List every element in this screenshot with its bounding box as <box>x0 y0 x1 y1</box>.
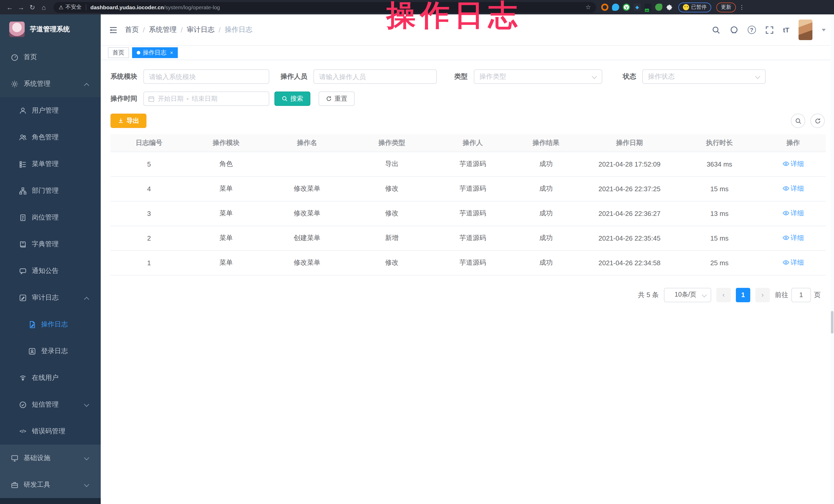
edit-square-icon <box>19 294 27 302</box>
collapse-sidebar-icon[interactable] <box>109 25 118 34</box>
sidebar-item-notice[interactable]: 通知公告 <box>0 258 101 284</box>
sidebar-item-online-users[interactable]: 在线用户 <box>0 365 101 391</box>
refresh-table-button[interactable] <box>810 114 825 128</box>
sidebar-item-operate-log[interactable]: 操作日志 <box>0 311 101 338</box>
operator-input[interactable] <box>313 69 437 84</box>
table-toolbar: 导出 <box>110 114 826 128</box>
bookmark-star-icon[interactable]: ☆ <box>585 4 591 11</box>
github-icon[interactable] <box>729 25 738 34</box>
sidebar-item-users[interactable]: 用户管理 <box>0 97 101 124</box>
sidebar-item-error-code[interactable]: </> 错误码管理 <box>0 418 101 445</box>
browser-reload-icon[interactable]: ↻ <box>27 2 38 13</box>
browser-home-icon[interactable]: ⌂ <box>38 2 49 13</box>
next-page-button[interactable]: › <box>755 288 770 302</box>
pagination-total: 共 5 条 <box>638 290 659 300</box>
app-logo-row[interactable]: 芋道管理系统 <box>0 15 101 44</box>
type-select-placeholder: 操作类型 <box>479 72 592 81</box>
detail-link[interactable]: 详细 <box>782 159 804 169</box>
refresh-icon <box>326 95 332 102</box>
app-window: 芋道管理系统 首页 系统管理 用户管理 角色管理 <box>0 15 834 504</box>
browser-update-button[interactable]: 更新 <box>716 2 736 12</box>
scrollbar[interactable] <box>830 15 834 504</box>
sidebar-item-roles[interactable]: 角色管理 <box>0 124 101 151</box>
tab-operate-log[interactable]: 操作日志 × <box>132 47 178 58</box>
avatar[interactable] <box>798 20 812 40</box>
eye-icon <box>782 235 789 241</box>
module-input[interactable] <box>144 69 269 84</box>
start-date-placeholder: 开始日期 <box>158 94 183 103</box>
profile-paused-badge[interactable]: 已暂停 <box>678 2 711 12</box>
tab-home[interactable]: 首页 <box>108 47 129 58</box>
table-header-row: 日志编号 操作模块 操作名 操作类型 操作人 操作结果 操作日期 执行时长 操作 <box>110 134 826 152</box>
sidebar-item-devtools[interactable]: 研发工具 <box>0 472 101 498</box>
search-button[interactable]: 搜索 <box>275 91 310 106</box>
scrollbar-thumb[interactable] <box>831 311 833 334</box>
sidebar-item-sms[interactable]: 短信管理 <box>0 391 101 418</box>
search-button-label: 搜索 <box>290 94 303 103</box>
breadcrumb-home[interactable]: 首页 <box>125 25 139 35</box>
address-bar[interactable]: ⚠ 不安全 dashboard.yudao.iocoder.cn /system… <box>53 2 596 13</box>
date-range-picker[interactable]: 开始日期 - 结束日期 <box>144 91 269 106</box>
extension-icon-gem[interactable]: ◆ <box>634 4 641 11</box>
extension-icon-pin[interactable] <box>612 4 619 11</box>
type-select[interactable]: 操作类型 <box>474 69 602 84</box>
extensions-puzzle-icon[interactable] <box>666 4 673 11</box>
sidebar-item-audit-log[interactable]: 审计日志 <box>0 284 101 311</box>
sidebar-item-dict[interactable]: 字典管理 <box>0 231 101 258</box>
export-button[interactable]: 导出 <box>110 114 147 128</box>
detail-link[interactable]: 详细 <box>782 258 804 267</box>
url-host: dashboard.yudao.iocoder.cn <box>90 4 164 10</box>
prev-page-button[interactable]: ‹ <box>716 288 731 302</box>
status-select[interactable]: 操作状态 <box>642 69 766 84</box>
sidebar-item-login-log[interactable]: 登录日志 <box>0 338 101 365</box>
sidebar-bottom-section: 基础设施 研发工具 <box>0 445 101 498</box>
sidebar-item-menus[interactable]: 菜单管理 <box>0 151 101 177</box>
toggle-search-button[interactable] <box>791 114 805 128</box>
chevron-down-icon <box>84 483 88 487</box>
user-icon <box>19 107 27 114</box>
breadcrumb-system[interactable]: 系统管理 <box>149 25 177 35</box>
type-label: 类型 <box>454 72 468 81</box>
caret-down-icon[interactable] <box>822 28 826 31</box>
sidebar-item-depts[interactable]: 部门管理 <box>0 177 101 204</box>
help-icon[interactable]: ? <box>747 26 755 34</box>
col-date: 操作日期 <box>581 134 678 152</box>
sidebar-item-label: 错误码管理 <box>32 426 65 436</box>
document-edit-icon <box>28 321 36 328</box>
insecure-warning[interactable]: ⚠ 不安全 <box>59 4 82 11</box>
sidebar-item-label: 审计日志 <box>32 293 59 302</box>
breadcrumb-audit[interactable]: 审计日志 <box>187 25 215 35</box>
sidebar: 芋道管理系统 首页 系统管理 用户管理 角色管理 <box>0 15 101 504</box>
browser-menu-icon[interactable]: ⋮ <box>739 4 745 10</box>
goto-label: 前往 <box>775 290 788 300</box>
extension-icon-switch-on[interactable] <box>644 4 652 11</box>
sidebar-item-infra[interactable]: 基础设施 <box>0 445 101 472</box>
page-1-button[interactable]: 1 <box>736 288 750 302</box>
browser-back-icon[interactable]: ← <box>4 2 16 13</box>
fullscreen-icon[interactable] <box>765 25 774 34</box>
extension-icon-green-y[interactable]: y <box>623 4 630 11</box>
table-row: 5角色导出芋道源码成功2021-04-28 17:52:093634 ms 详细 <box>110 152 826 176</box>
goto-page: 前往 页 <box>775 288 821 302</box>
detail-link[interactable]: 详细 <box>782 233 804 243</box>
browser-forward-icon[interactable]: → <box>16 2 27 13</box>
sidebar-item-system[interactable]: 系统管理 <box>0 70 101 97</box>
extension-icon-leaf[interactable] <box>655 4 662 11</box>
sidebar-item-posts[interactable]: 岗位管理 <box>0 204 101 231</box>
col-duration: 执行时长 <box>678 134 761 152</box>
search-icon[interactable] <box>711 25 720 34</box>
page-size-select[interactable]: 10条/页 <box>664 288 711 302</box>
goto-page-input[interactable] <box>791 288 811 302</box>
eye-icon <box>782 259 789 266</box>
sidebar-item-home[interactable]: 首页 <box>0 44 101 70</box>
sidebar-item-label: 短信管理 <box>32 400 59 409</box>
close-icon[interactable]: × <box>170 50 173 56</box>
reset-button[interactable]: 重置 <box>319 91 355 106</box>
sidebar-item-label: 基础设施 <box>24 453 50 463</box>
font-size-icon[interactable]: tT <box>783 26 789 34</box>
detail-link[interactable]: 详细 <box>782 184 804 193</box>
detail-link[interactable]: 详细 <box>782 209 804 218</box>
toolbox-icon <box>11 481 19 488</box>
extension-icon-orange[interactable] <box>601 4 609 11</box>
col-result: 操作结果 <box>511 134 581 152</box>
